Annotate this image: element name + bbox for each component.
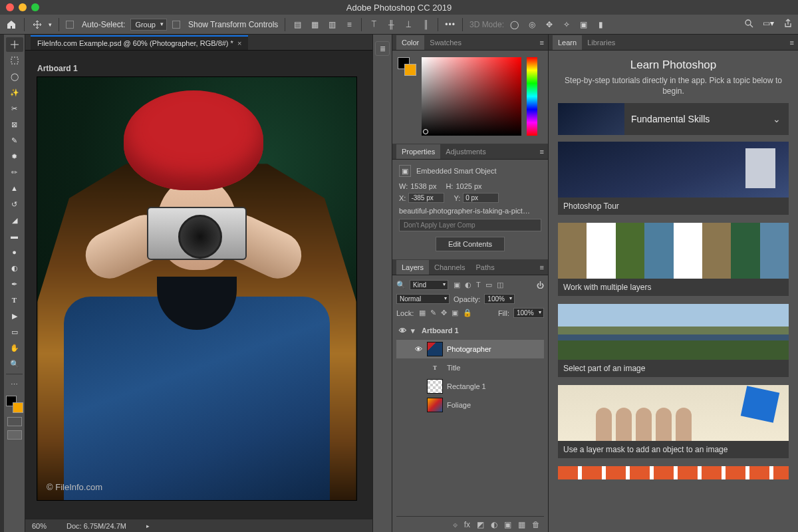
tutorial-card-mask[interactable]: Use a layer mask to add an object to an … bbox=[558, 385, 789, 458]
zoom-window-icon[interactable] bbox=[31, 3, 39, 11]
layer-title[interactable]: T Title bbox=[396, 358, 544, 377]
magic-wand-tool[interactable]: ✨ bbox=[6, 85, 23, 100]
auto-select-target-dropdown[interactable]: Group bbox=[130, 19, 167, 31]
marquee-tool[interactable] bbox=[6, 53, 23, 68]
filter-toggle-icon[interactable]: ⏻ bbox=[537, 281, 544, 289]
panel-menu-icon[interactable]: ≡ bbox=[540, 263, 544, 271]
brush-tool[interactable]: ✏ bbox=[6, 165, 23, 180]
filter-search-icon[interactable]: 🔍 bbox=[396, 281, 406, 289]
color-fgbg-swatch[interactable] bbox=[398, 57, 416, 76]
tutorial-card-tour[interactable]: Photoshop Tour bbox=[558, 142, 789, 215]
align-spacer-icon[interactable]: ≡ bbox=[344, 20, 354, 29]
quick-mask-toggle[interactable] bbox=[7, 417, 22, 426]
filter-smart-icon[interactable]: ◫ bbox=[497, 281, 503, 289]
y-input[interactable] bbox=[463, 193, 499, 203]
align-left-icon[interactable]: ▤ bbox=[292, 20, 303, 29]
search-icon[interactable] bbox=[744, 19, 753, 30]
history-brush-tool[interactable]: ↺ bbox=[6, 197, 23, 211]
more-options-icon[interactable]: ••• bbox=[445, 20, 456, 29]
zoom-level[interactable]: 60% bbox=[32, 522, 47, 530]
tab-learn[interactable]: Learn bbox=[553, 35, 582, 50]
link-layers-icon[interactable]: ⟐ bbox=[453, 520, 458, 529]
minimize-window-icon[interactable] bbox=[19, 3, 27, 11]
layer-photographer[interactable]: 👁 Photographer bbox=[396, 340, 544, 358]
filter-kind-dropdown[interactable]: Kind bbox=[410, 280, 448, 290]
move-tool-icon[interactable] bbox=[31, 19, 43, 31]
filter-type-icon[interactable]: T bbox=[476, 281, 481, 289]
close-window-icon[interactable] bbox=[6, 3, 14, 11]
eraser-tool[interactable]: ◢ bbox=[6, 213, 23, 227]
align-hcenter-icon[interactable]: ▦ bbox=[309, 20, 320, 29]
tutorial-card-layers[interactable]: Work with multiple layers bbox=[558, 223, 789, 296]
tab-paths[interactable]: Paths bbox=[471, 260, 500, 275]
panel-menu-icon[interactable]: ≡ bbox=[790, 39, 794, 47]
hand-tool[interactable]: ✋ bbox=[6, 340, 23, 355]
crop-tool[interactable]: ✂ bbox=[6, 101, 23, 116]
tab-layers[interactable]: Layers bbox=[396, 260, 429, 275]
share-icon[interactable] bbox=[783, 19, 793, 30]
lasso-tool[interactable]: ◯ bbox=[6, 69, 23, 84]
close-tab-icon[interactable]: × bbox=[237, 39, 241, 47]
status-chevron-icon[interactable]: ▸ bbox=[146, 523, 150, 529]
new-group-icon[interactable]: ▣ bbox=[504, 520, 511, 529]
clone-stamp-tool[interactable]: ▲ bbox=[6, 181, 23, 196]
scale-3d-icon[interactable]: ▣ bbox=[579, 20, 589, 29]
pen-tool[interactable]: ✒ bbox=[6, 277, 23, 291]
home-icon[interactable] bbox=[5, 19, 17, 31]
dodge-tool[interactable]: ◐ bbox=[6, 261, 23, 275]
eyedropper-tool[interactable]: ✎ bbox=[6, 133, 23, 148]
tab-properties[interactable]: Properties bbox=[396, 144, 440, 159]
layer-artboard[interactable]: 👁 ▾ Artboard 1 bbox=[396, 321, 544, 340]
edit-toolbar-icon[interactable]: ⋯ bbox=[6, 377, 23, 392]
lock-transparency-icon[interactable]: ▦ bbox=[419, 309, 426, 317]
frame-tool[interactable]: ⊠ bbox=[6, 117, 23, 132]
learn-section-fundamental[interactable]: Fundamental Skills ⌄ bbox=[558, 103, 789, 135]
tab-swatches[interactable]: Swatches bbox=[424, 35, 467, 50]
healing-brush-tool[interactable]: ✹ bbox=[6, 149, 23, 164]
show-transform-checkbox[interactable] bbox=[172, 21, 180, 29]
pan-3d-icon[interactable]: ✥ bbox=[544, 20, 555, 29]
opacity-input[interactable]: 100% bbox=[484, 294, 515, 304]
workspace-switcher-icon[interactable]: ▭▾ bbox=[763, 19, 774, 30]
tool-preset-chevron-icon[interactable]: ▾ bbox=[49, 21, 52, 28]
doc-size[interactable]: Doc: 6.75M/24.7M bbox=[66, 522, 126, 530]
blend-mode-dropdown[interactable]: Normal bbox=[396, 294, 450, 304]
layer-rectangle[interactable]: Rectangle 1 bbox=[396, 377, 544, 396]
saturation-picker[interactable] bbox=[422, 57, 521, 136]
move-tool[interactable] bbox=[6, 37, 23, 52]
align-vcenter-icon[interactable]: ╫ bbox=[386, 20, 396, 29]
gradient-tool[interactable]: ▬ bbox=[6, 229, 23, 243]
screen-mode-toggle[interactable] bbox=[7, 430, 22, 440]
filter-pixel-icon[interactable]: ▣ bbox=[454, 281, 460, 289]
tutorial-card-select[interactable]: Select part of an image bbox=[558, 304, 789, 377]
align-bottom-icon[interactable]: ⟘ bbox=[403, 20, 414, 29]
artboard-canvas[interactable]: © FileInfo.com bbox=[37, 77, 356, 500]
fg-bg-swatch[interactable] bbox=[6, 396, 23, 413]
canvas-viewport[interactable]: Artboard 1 © FileInfo.com bbox=[25, 51, 372, 519]
visibility-icon[interactable]: 👁 bbox=[398, 327, 407, 334]
chevron-down-icon[interactable]: ▾ bbox=[411, 327, 418, 335]
lock-all-icon[interactable]: 🔒 bbox=[463, 309, 472, 317]
tab-adjustments[interactable]: Adjustments bbox=[440, 144, 491, 159]
new-layer-icon[interactable]: ▦ bbox=[518, 520, 525, 529]
tab-libraries[interactable]: Libraries bbox=[582, 35, 620, 50]
orbit-3d-icon[interactable]: ◯ bbox=[509, 20, 520, 29]
document-tab[interactable]: FileInfo.com Example.psd @ 60% (Photogra… bbox=[31, 35, 248, 50]
filter-shape-icon[interactable]: ▭ bbox=[485, 281, 492, 289]
edit-contents-button[interactable]: Edit Contents bbox=[436, 237, 505, 251]
tab-channels[interactable]: Channels bbox=[429, 260, 470, 275]
history-panel-icon[interactable]: ≣ bbox=[375, 41, 390, 56]
layer-fx-icon[interactable]: fx bbox=[464, 520, 470, 529]
tab-color[interactable]: Color bbox=[396, 35, 424, 50]
panel-menu-icon[interactable]: ≡ bbox=[540, 39, 544, 47]
layer-comp-dropdown[interactable]: Don't Apply Layer Comp bbox=[399, 219, 541, 231]
fill-input[interactable]: 100% bbox=[513, 308, 544, 318]
delete-layer-icon[interactable]: 🗑 bbox=[532, 520, 540, 529]
lock-image-icon[interactable]: ✎ bbox=[430, 309, 436, 317]
blur-tool[interactable]: ● bbox=[6, 245, 23, 259]
tutorial-card-partial[interactable] bbox=[558, 466, 789, 479]
align-right-icon[interactable]: ▥ bbox=[327, 20, 337, 29]
rectangle-tool[interactable]: ▭ bbox=[6, 325, 23, 339]
hue-slider[interactable] bbox=[527, 57, 537, 136]
panel-menu-icon[interactable]: ≡ bbox=[540, 148, 544, 156]
